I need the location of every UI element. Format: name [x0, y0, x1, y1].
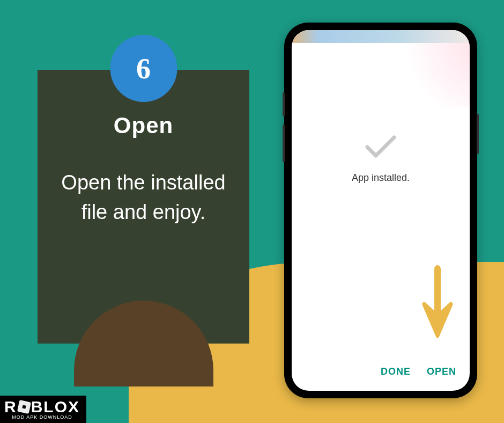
done-button[interactable]: DONE — [381, 366, 411, 377]
step-title: Open — [54, 113, 233, 138]
phone-action-bar: DONE OPEN — [381, 366, 456, 377]
install-status-text: App installed. — [352, 172, 410, 184]
phone-volume-button — [283, 125, 285, 162]
screen-glow — [389, 43, 470, 107]
brand-logo: R BLOX MOD APK DOWNLOAD — [0, 396, 86, 423]
logo-text-left: R — [4, 398, 17, 416]
phone-mockup: App installed. DONE OPEN — [284, 23, 477, 398]
phone-screen: App installed. DONE OPEN — [292, 30, 470, 391]
open-button[interactable]: OPEN — [427, 366, 456, 377]
card-decoration — [74, 301, 213, 386]
step-number-badge: 6 — [110, 35, 177, 102]
instruction-card: 6 Open Open the installed file and enjoy… — [38, 70, 249, 344]
phone-volume-button — [283, 92, 285, 116]
phone-power-button — [477, 114, 479, 154]
phone-status-bar — [292, 30, 470, 43]
logo-subtitle: MOD APK DOWNLOAD — [4, 414, 80, 420]
pointer-arrow-icon — [421, 262, 454, 342]
checkmark-icon — [362, 132, 399, 164]
logo-text-right: BLOX — [31, 398, 80, 416]
step-description: Open the installed file and enjoy. — [54, 168, 233, 227]
logo-cube-icon — [17, 400, 31, 414]
